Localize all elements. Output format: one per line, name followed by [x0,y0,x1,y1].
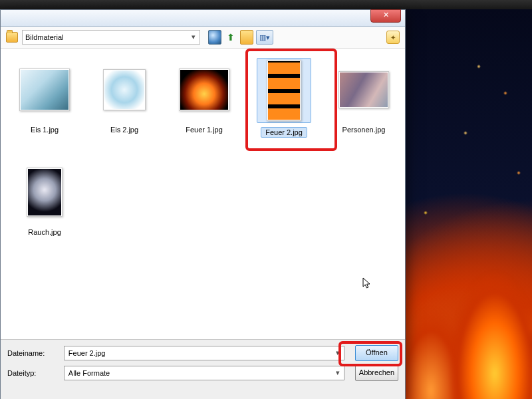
close-button[interactable]: ✕ [370,9,401,23]
thumbnail-image [338,71,389,108]
open-button[interactable]: Öffnen [355,345,398,361]
file-name-label: Eis 1.jpg [31,126,59,134]
file-name-label: Personen.jpg [342,126,386,134]
file-name-label: Feuer 2.jpg [261,127,307,138]
filename-input[interactable]: Feuer 2.jpg ▾ [64,346,344,360]
thumbnail-image [103,69,146,110]
thumbnail-image [267,60,301,121]
file-item[interactable]: Eis 1.jpg [5,55,84,158]
file-item[interactable]: Rauch.jpg [5,158,84,260]
favorites-icon[interactable]: ✦ [386,31,400,44]
thumbnail-wrap [337,58,390,122]
thumbnail-image [19,68,70,111]
up-one-level-icon[interactable]: ⬆ [224,31,237,44]
view-menu-icon[interactable]: ▥▾ [256,30,273,45]
filename-value: Feuer 2.jpg [68,349,106,357]
look-in-combo[interactable]: Bildmaterial ▾ [22,30,200,45]
file-item[interactable]: Personen.jpg [324,55,404,158]
folder-icon [6,32,18,43]
file-name-label: Eis 2.jpg [110,126,138,134]
thumbnail-image [27,168,63,217]
thumbnail-wrap [98,58,151,122]
file-list-pane[interactable]: Eis 1.jpgEis 2.jpgFeuer 1.jpgFeuer 2.jpg… [1,49,405,350]
cancel-button[interactable]: Abbrechen [355,365,398,381]
filetype-combo[interactable]: Alle Formate ▾ [64,366,344,380]
filetype-label: Dateityp: [7,369,59,377]
filetype-value: Alle Formate [68,369,110,377]
chevron-down-icon: ▾ [333,368,342,377]
dialog-footer: Dateiname: Feuer 2.jpg ▾ Öffnen Dateityp… [1,339,405,399]
new-folder-icon[interactable] [240,31,253,44]
chevron-down-icon: ▾ [189,32,198,41]
thumbnail-wrap [18,160,71,224]
look-in-value: Bildmaterial [25,33,63,41]
thumbnail-image [179,68,229,111]
nav-icons: ⬆ ▥▾ [208,30,273,45]
filename-label: Dateiname: [7,349,59,357]
file-open-dialog: ✕ Bildmaterial ▾ ⬆ ▥▾ ✦ Eis 1.jpgEis 2.j… [0,9,406,399]
file-item[interactable]: Feuer 2.jpg [244,55,324,158]
thumbnail-wrap [257,58,311,123]
app-titlebar [0,0,532,9]
file-name-label: Feuer 1.jpg [186,126,223,134]
file-item[interactable]: Eis 2.jpg [84,55,164,158]
file-item[interactable]: Feuer 1.jpg [164,55,244,158]
thumbnail-wrap [18,58,71,122]
dialog-titlebar[interactable]: ✕ [1,10,405,27]
address-toolbar: Bildmaterial ▾ ⬆ ▥▾ ✦ [1,27,405,49]
chevron-down-icon: ▾ [333,348,342,357]
back-icon[interactable] [208,31,221,44]
thumbnail-wrap [178,58,231,122]
file-name-label: Rauch.jpg [28,228,61,236]
